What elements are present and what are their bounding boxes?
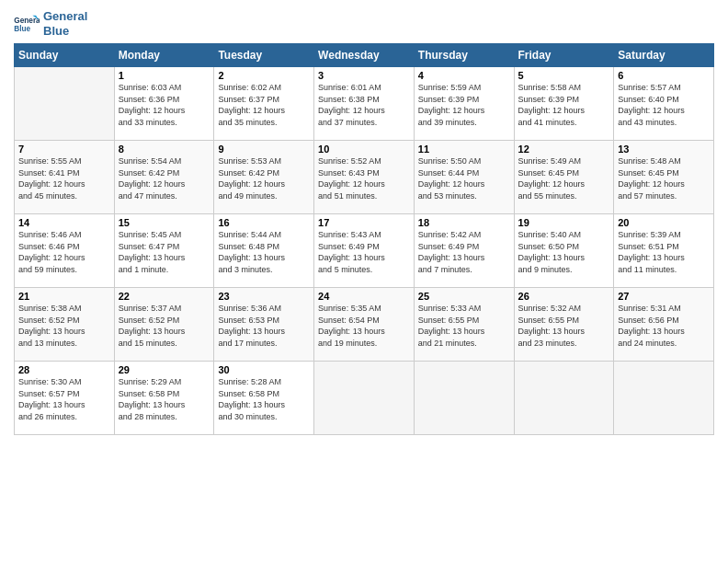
calendar-cell (614, 362, 714, 435)
weekday-thursday: Thursday (414, 44, 514, 67)
weekday-saturday: Saturday (614, 44, 714, 67)
day-info: Sunrise: 5:43 AM Sunset: 6:49 PM Dayligh… (318, 229, 410, 275)
day-info: Sunrise: 5:58 AM Sunset: 6:39 PM Dayligh… (518, 82, 610, 128)
day-number: 26 (518, 291, 610, 302)
day-info: Sunrise: 5:35 AM Sunset: 6:54 PM Dayligh… (318, 303, 410, 349)
day-number: 16 (218, 217, 310, 228)
svg-text:General: General (14, 17, 40, 25)
calendar-cell: 29Sunrise: 5:29 AM Sunset: 6:58 PM Dayli… (114, 362, 214, 435)
day-info: Sunrise: 5:37 AM Sunset: 6:52 PM Dayligh… (119, 303, 210, 349)
calendar-cell: 26Sunrise: 5:32 AM Sunset: 6:55 PM Dayli… (514, 288, 614, 362)
calendar-cell: 28Sunrise: 5:30 AM Sunset: 6:57 PM Dayli… (15, 362, 115, 435)
day-number: 25 (418, 291, 510, 302)
day-number: 2 (218, 70, 310, 81)
calendar-cell: 18Sunrise: 5:42 AM Sunset: 6:49 PM Dayli… (414, 214, 514, 288)
calendar-cell: 10Sunrise: 5:52 AM Sunset: 6:43 PM Dayli… (314, 141, 415, 214)
day-info: Sunrise: 5:52 AM Sunset: 6:43 PM Dayligh… (318, 155, 410, 201)
day-info: Sunrise: 5:28 AM Sunset: 6:58 PM Dayligh… (218, 376, 310, 422)
day-number: 22 (119, 291, 210, 302)
calendar-row-1: 1Sunrise: 6:03 AM Sunset: 6:36 PM Daylig… (15, 67, 714, 141)
day-info: Sunrise: 5:42 AM Sunset: 6:49 PM Dayligh… (418, 229, 510, 275)
day-number: 14 (18, 217, 110, 228)
day-number: 6 (618, 70, 710, 81)
day-number: 21 (18, 291, 110, 302)
weekday-tuesday: Tuesday (214, 44, 314, 67)
calendar-cell: 11Sunrise: 5:50 AM Sunset: 6:44 PM Dayli… (414, 141, 514, 214)
calendar-cell: 22Sunrise: 5:37 AM Sunset: 6:52 PM Dayli… (114, 288, 214, 362)
day-number: 13 (618, 144, 710, 155)
calendar-cell: 15Sunrise: 5:45 AM Sunset: 6:47 PM Dayli… (114, 214, 214, 288)
calendar-cell: 4Sunrise: 5:59 AM Sunset: 6:39 PM Daylig… (414, 67, 514, 141)
day-number: 3 (318, 70, 410, 81)
calendar-row-5: 28Sunrise: 5:30 AM Sunset: 6:57 PM Dayli… (15, 362, 714, 435)
day-info: Sunrise: 6:02 AM Sunset: 6:37 PM Dayligh… (218, 82, 310, 128)
day-info: Sunrise: 5:32 AM Sunset: 6:55 PM Dayligh… (518, 303, 610, 349)
day-number: 20 (618, 217, 710, 228)
calendar-cell: 19Sunrise: 5:40 AM Sunset: 6:50 PM Dayli… (514, 214, 614, 288)
day-info: Sunrise: 5:55 AM Sunset: 6:41 PM Dayligh… (18, 155, 110, 201)
day-info: Sunrise: 5:49 AM Sunset: 6:45 PM Dayligh… (518, 155, 610, 201)
day-info: Sunrise: 5:54 AM Sunset: 6:42 PM Dayligh… (119, 155, 210, 201)
calendar-cell (15, 67, 115, 141)
day-info: Sunrise: 5:45 AM Sunset: 6:47 PM Dayligh… (119, 229, 210, 275)
day-number: 18 (418, 217, 510, 228)
day-number: 27 (618, 291, 710, 302)
calendar-cell: 17Sunrise: 5:43 AM Sunset: 6:49 PM Dayli… (314, 214, 415, 288)
day-number: 23 (218, 291, 310, 302)
calendar-cell: 27Sunrise: 5:31 AM Sunset: 6:56 PM Dayli… (614, 288, 714, 362)
day-info: Sunrise: 5:44 AM Sunset: 6:48 PM Dayligh… (218, 229, 310, 275)
logo: General Blue General Blue (14, 9, 87, 38)
day-number: 15 (119, 217, 210, 228)
calendar-cell: 8Sunrise: 5:54 AM Sunset: 6:42 PM Daylig… (114, 141, 214, 214)
day-info: Sunrise: 5:38 AM Sunset: 6:52 PM Dayligh… (18, 303, 110, 349)
svg-text:Blue: Blue (14, 25, 30, 33)
day-info: Sunrise: 5:40 AM Sunset: 6:50 PM Dayligh… (518, 229, 610, 275)
day-number: 28 (18, 364, 110, 375)
day-info: Sunrise: 5:48 AM Sunset: 6:45 PM Dayligh… (618, 155, 710, 201)
day-info: Sunrise: 5:33 AM Sunset: 6:55 PM Dayligh… (418, 303, 510, 349)
day-info: Sunrise: 5:50 AM Sunset: 6:44 PM Dayligh… (418, 155, 510, 201)
weekday-wednesday: Wednesday (314, 44, 415, 67)
day-info: Sunrise: 5:46 AM Sunset: 6:46 PM Dayligh… (18, 229, 110, 275)
day-info: Sunrise: 5:36 AM Sunset: 6:53 PM Dayligh… (218, 303, 310, 349)
day-number: 9 (218, 144, 310, 155)
calendar-cell: 13Sunrise: 5:48 AM Sunset: 6:45 PM Dayli… (614, 141, 714, 214)
calendar-cell: 23Sunrise: 5:36 AM Sunset: 6:53 PM Dayli… (214, 288, 314, 362)
day-info: Sunrise: 6:01 AM Sunset: 6:38 PM Dayligh… (318, 82, 410, 128)
calendar-cell: 1Sunrise: 6:03 AM Sunset: 6:36 PM Daylig… (114, 67, 214, 141)
calendar-cell: 3Sunrise: 6:01 AM Sunset: 6:38 PM Daylig… (314, 67, 415, 141)
day-number: 11 (418, 144, 510, 155)
calendar-cell: 5Sunrise: 5:58 AM Sunset: 6:39 PM Daylig… (514, 67, 614, 141)
day-number: 24 (318, 291, 410, 302)
day-number: 5 (518, 70, 610, 81)
calendar-row-3: 14Sunrise: 5:46 AM Sunset: 6:46 PM Dayli… (15, 214, 714, 288)
calendar-table: SundayMondayTuesdayWednesdayThursdayFrid… (14, 43, 714, 435)
calendar-cell: 24Sunrise: 5:35 AM Sunset: 6:54 PM Dayli… (314, 288, 415, 362)
day-info: Sunrise: 5:59 AM Sunset: 6:39 PM Dayligh… (418, 82, 510, 128)
calendar-cell: 14Sunrise: 5:46 AM Sunset: 6:46 PM Dayli… (15, 214, 115, 288)
weekday-header-row: SundayMondayTuesdayWednesdayThursdayFrid… (15, 44, 714, 67)
calendar-cell: 30Sunrise: 5:28 AM Sunset: 6:58 PM Dayli… (214, 362, 314, 435)
day-number: 19 (518, 217, 610, 228)
calendar-cell (314, 362, 415, 435)
calendar-cell: 6Sunrise: 5:57 AM Sunset: 6:40 PM Daylig… (614, 67, 714, 141)
calendar-cell: 20Sunrise: 5:39 AM Sunset: 6:51 PM Dayli… (614, 214, 714, 288)
calendar-cell: 12Sunrise: 5:49 AM Sunset: 6:45 PM Dayli… (514, 141, 614, 214)
logo-icon: General Blue (14, 14, 40, 34)
logo-text: General Blue (43, 9, 87, 38)
day-number: 30 (218, 364, 310, 375)
day-info: Sunrise: 5:30 AM Sunset: 6:57 PM Dayligh… (18, 376, 110, 422)
day-number: 8 (119, 144, 210, 155)
calendar-cell (414, 362, 514, 435)
day-info: Sunrise: 6:03 AM Sunset: 6:36 PM Dayligh… (119, 82, 210, 128)
day-number: 4 (418, 70, 510, 81)
calendar-cell: 25Sunrise: 5:33 AM Sunset: 6:55 PM Dayli… (414, 288, 514, 362)
day-info: Sunrise: 5:39 AM Sunset: 6:51 PM Dayligh… (618, 229, 710, 275)
calendar-cell (514, 362, 614, 435)
day-info: Sunrise: 5:31 AM Sunset: 6:56 PM Dayligh… (618, 303, 710, 349)
day-number: 7 (18, 144, 110, 155)
header: General Blue General Blue (14, 9, 714, 38)
day-info: Sunrise: 5:53 AM Sunset: 6:42 PM Dayligh… (218, 155, 310, 201)
calendar-cell: 16Sunrise: 5:44 AM Sunset: 6:48 PM Dayli… (214, 214, 314, 288)
day-info: Sunrise: 5:29 AM Sunset: 6:58 PM Dayligh… (119, 376, 210, 422)
